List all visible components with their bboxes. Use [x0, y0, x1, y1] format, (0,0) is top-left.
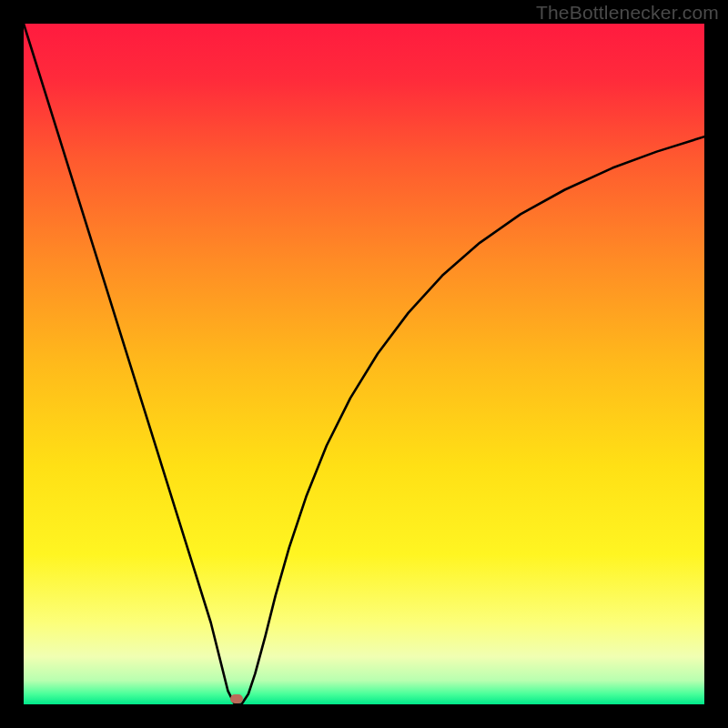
bottleneck-curve: [24, 24, 704, 704]
plot-area: [24, 24, 704, 704]
optimum-marker: [230, 694, 243, 703]
watermark-label: TheBottlenecker.com: [536, 2, 719, 24]
chart-frame: TheBottlenecker.com: [0, 0, 728, 728]
